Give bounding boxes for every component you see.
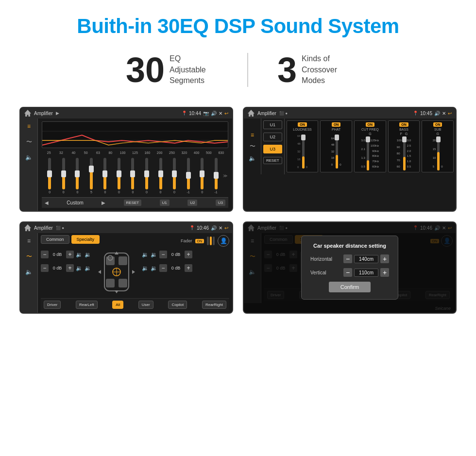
driver-btn[interactable]: Driver	[44, 301, 61, 309]
confirm-button[interactable]: Confirm	[329, 282, 371, 292]
loc-icon-2: 📍	[413, 111, 418, 116]
vertical-plus-btn[interactable]: +	[380, 268, 389, 277]
loudness-on[interactable]: ON	[298, 122, 307, 127]
eq-label: EQ Adjustable Segments	[170, 53, 218, 86]
screen-body-3: ≡ 〜 🔈 Common Specialty Fader ON	[20, 233, 232, 313]
db-plus-fr[interactable]: +	[185, 251, 192, 258]
home-icon-3[interactable]	[24, 224, 31, 231]
sub-channel: ON SUB G 2015105 0	[422, 120, 454, 172]
dsp-channels-row: ON LOUDNESS 644832160 0 ON PHAT 64483216…	[287, 120, 454, 172]
rearleft-btn[interactable]: RearLeft	[76, 301, 98, 309]
rearright-btn[interactable]: RearRight	[202, 301, 226, 309]
camera-icon: 📷	[203, 111, 209, 116]
svg-rect-4	[106, 256, 115, 265]
bass-on[interactable]: ON	[399, 122, 408, 127]
u1-btn[interactable]: U1	[160, 200, 170, 206]
db-plus-fl[interactable]: +	[66, 251, 74, 258]
prev-btn[interactable]: ◀	[45, 200, 49, 205]
close-icon: ✕	[219, 111, 222, 116]
u1-dsp-btn[interactable]: U1	[263, 120, 282, 129]
db-val-fr: 0 dB	[169, 252, 183, 257]
reset-dsp-btn[interactable]: RESET	[263, 157, 282, 164]
wave-toolbar-icon[interactable]: 〜	[24, 137, 34, 147]
slider-track-1[interactable]	[48, 158, 51, 189]
db-minus-rl[interactable]: −	[41, 264, 49, 272]
expand-icon[interactable]: ≫	[223, 173, 227, 178]
status-bar-1: Amplifier ▶ 📍 10:44 📷 🔊 ✕ ↩	[20, 108, 232, 118]
eq-icon-2[interactable]: ≡	[248, 130, 257, 140]
svg-marker-13	[115, 290, 119, 293]
home-icon[interactable]	[24, 110, 31, 117]
db-plus-rl[interactable]: +	[66, 264, 74, 272]
bottom-btns-3: Driver RearLeft All User Copilot RearRig…	[41, 298, 229, 311]
svg-marker-14	[98, 270, 101, 274]
home-icon-2[interactable]	[248, 110, 255, 117]
wave-icon-3[interactable]: 〜	[24, 252, 34, 261]
specialty-tab-3[interactable]: Specialty	[71, 235, 100, 244]
u2-dsp-btn[interactable]: U2	[263, 133, 282, 141]
eq-bottom-bar: ◀ Custom ▶ RESET U1 U2 U3	[42, 197, 228, 208]
dialog-overlay: Car speaker distance setting Horizontal …	[244, 222, 456, 313]
phat-on[interactable]: ON	[332, 122, 341, 127]
screen-4: Amplifier ⬛ ● 📍 10:46 🔊 ✕ ↩ ≡ 〜 🔈 Common	[243, 221, 457, 314]
u2-btn[interactable]: U2	[187, 200, 197, 206]
svg-rect-5	[119, 256, 127, 265]
fader-label: Fader	[181, 238, 192, 243]
time-3: 10:46	[197, 225, 209, 231]
all-btn[interactable]: All	[112, 301, 123, 309]
user-btn[interactable]: User	[138, 301, 153, 309]
screen-3: Amplifier ⬛ ● 📍 10:46 🔊 ✕ ↩ ≡ 〜 🔈 Common	[19, 221, 233, 314]
db-minus-rr[interactable]: −	[159, 264, 167, 272]
screen-1: Amplifier ▶ 📍 10:44 📷 🔊 ✕ ↩ ≡ 〜 🔈	[19, 107, 233, 212]
page-title: Buith-in 30EQ DSP Sound System	[0, 0, 476, 48]
status-bar-3: Amplifier ⬛ ● 📍 10:46 🔊 ✕ ↩	[20, 222, 232, 233]
bass-channel: ON BASS F G 10090807060 3.02.52.01.51.00…	[388, 120, 420, 172]
eq-toolbar-icon[interactable]: ≡	[24, 121, 34, 131]
cutfreq-on[interactable]: ON	[366, 122, 375, 127]
spk-icon-2[interactable]: 🔈	[248, 153, 257, 163]
horizontal-label: Horizontal	[310, 256, 337, 262]
common-tab-3[interactable]: Common	[41, 235, 69, 244]
speaker-icon-fr2: 🔉	[151, 252, 157, 258]
app-title-2: Amplifier	[257, 111, 276, 116]
spk-icon-3[interactable]: 🔈	[24, 267, 34, 277]
db-minus-fr[interactable]: −	[159, 251, 167, 258]
db-minus-fl[interactable]: −	[41, 251, 49, 258]
vertical-minus-btn[interactable]: −	[343, 268, 352, 277]
wave-icon-2[interactable]: 〜	[248, 142, 257, 152]
horizontal-plus-btn[interactable]: +	[380, 254, 389, 263]
status-bar-2: Amplifier ⬛ ● 📍 10:45 🔊 ✕ ↩	[244, 108, 456, 118]
db-row-fr: 🔉 🔉 − 0 dB +	[142, 251, 192, 258]
fader-on[interactable]: ON	[195, 239, 204, 243]
user-icon[interactable]: 👤	[218, 235, 229, 247]
copilot-btn[interactable]: Copilot	[168, 301, 187, 309]
side-toolbar-1: ≡ 〜 🔈	[20, 118, 38, 211]
left-controls: − 0 dB + 🔉 🔉 − 0 dB +	[41, 251, 91, 275]
next-btn[interactable]: ▶	[102, 200, 105, 205]
eq-icon-3[interactable]: ≡	[24, 236, 34, 246]
loc-icon-3: 📍	[189, 225, 195, 230]
loudness-channel: ON LOUDNESS 644832160 0	[287, 120, 319, 172]
screen-body-2: ≡ 〜 🔈 U1 U2 U3 RESET ON LOUDNESS	[244, 118, 456, 174]
db-val-rl: 0 dB	[51, 266, 64, 270]
speaker-icon-rr2: 🔉	[151, 265, 157, 271]
speaker-icon-fl: 🔉	[76, 252, 83, 258]
sub-on[interactable]: ON	[433, 122, 442, 127]
u3-btn[interactable]: U3	[216, 200, 225, 206]
time-2: 10:45	[420, 111, 432, 116]
dialog-horizontal-row: Horizontal − 140cm +	[310, 254, 389, 263]
crossover-stat: 3 Kinds of Crossover Modes	[248, 52, 379, 87]
db-plus-rr[interactable]: +	[185, 264, 192, 272]
u3-dsp-btn[interactable]: U3	[263, 145, 282, 153]
eq-number: 30	[126, 52, 165, 87]
speaker-icon-fr: 🔉	[142, 252, 149, 258]
reset-btn[interactable]: RESET	[124, 200, 142, 206]
screen-body-1: ≡ 〜 🔈 2	[20, 118, 232, 211]
back-icon[interactable]: ↩	[224, 111, 228, 116]
svg-marker-15	[132, 270, 135, 274]
horizontal-minus-btn[interactable]: −	[343, 254, 352, 263]
app-title-3: Amplifier	[34, 225, 53, 231]
speaker-toolbar-icon[interactable]: 🔈	[24, 152, 34, 162]
back-icon-3[interactable]: ↩	[224, 225, 228, 231]
back-icon-2[interactable]: ↩	[448, 111, 452, 116]
